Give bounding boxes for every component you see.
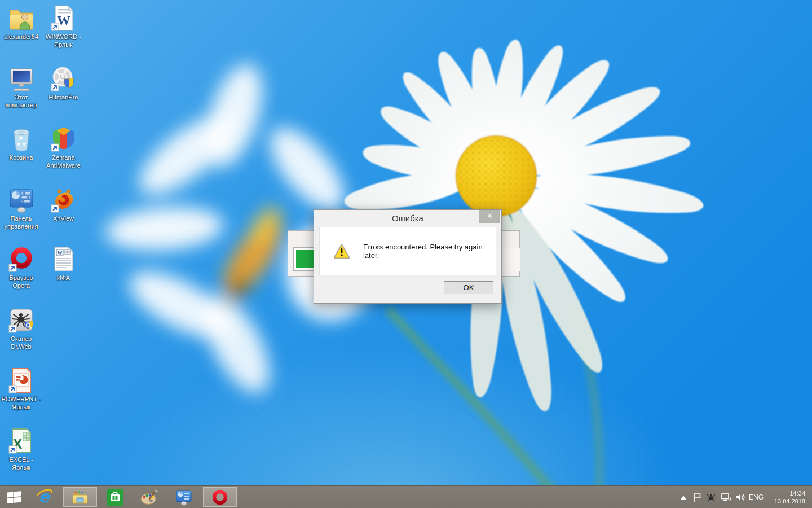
clock[interactable]: 14:34 13.04.2018 bbox=[765, 486, 805, 508]
icon-label: Корзина bbox=[1, 154, 42, 161]
icon-label: Этот компьютер bbox=[1, 93, 42, 109]
icon-label: POWERPNT - Ярлык bbox=[1, 395, 42, 411]
icon-label: WINWORD - Ярлык bbox=[43, 33, 84, 49]
recycle-bin-icon bbox=[8, 125, 35, 152]
tray-time: 14:34 bbox=[765, 489, 805, 497]
taskbar-windows-store[interactable] bbox=[103, 487, 127, 507]
taskbar-file-explorer[interactable] bbox=[63, 487, 97, 507]
tray-date: 13.04.2018 bbox=[765, 497, 805, 505]
hitmanpro-icon bbox=[50, 65, 77, 92]
windows-logo-icon bbox=[7, 490, 21, 505]
dialog-title: Ошибка bbox=[314, 210, 501, 227]
network-tray[interactable] bbox=[718, 486, 733, 508]
language-indicator[interactable]: ENG bbox=[748, 486, 765, 508]
warning-icon bbox=[333, 243, 350, 260]
word-document-icon: W bbox=[50, 246, 77, 273]
desktop-icon-zemana[interactable]: Zemana AntiMalware bbox=[43, 125, 84, 169]
desktop-icon-xnview[interactable]: XnView bbox=[43, 186, 84, 222]
start-button[interactable] bbox=[2, 487, 26, 507]
paint-palette-icon bbox=[140, 489, 158, 506]
opera-icon bbox=[211, 489, 228, 506]
close-button[interactable]: ✕ bbox=[479, 210, 500, 223]
desktop-icon-ifa-document[interactable]: W ИФА bbox=[43, 246, 84, 282]
user-folder-icon bbox=[8, 5, 35, 32]
desktop-icon-control-panel[interactable]: Панель управления bbox=[1, 186, 42, 230]
icon-label: EXCEL - Ярлык bbox=[1, 456, 42, 471]
desktop-icon-alexander64[interactable]: alexander64 bbox=[1, 5, 42, 41]
excel-shortcut-icon: X bbox=[8, 427, 35, 454]
flag-icon bbox=[692, 493, 702, 502]
icon-label: Браузер Opera bbox=[1, 274, 42, 290]
desktop-icon-powerpoint[interactable]: POWERPNT - Ярлык bbox=[1, 367, 42, 411]
icon-label: Сканер Dr.Web bbox=[1, 335, 42, 351]
desktop-icon-winword[interactable]: W WINWORD - Ярлык bbox=[43, 5, 84, 49]
icon-label: HitmanPro bbox=[43, 93, 84, 101]
close-icon: ✕ bbox=[487, 212, 493, 220]
taskbar-paint[interactable] bbox=[136, 487, 161, 507]
drweb-agent-tray[interactable] bbox=[704, 486, 718, 508]
desktop-icon-hitmanpro[interactable]: HitmanPro bbox=[43, 65, 84, 101]
desktop-icon-drweb[interactable]: Сканер Dr.Web bbox=[1, 306, 42, 351]
show-hidden-icons-button[interactable] bbox=[677, 486, 690, 508]
desktop-icon-opera[interactable]: Браузер Opera bbox=[1, 246, 42, 290]
spider-icon bbox=[706, 492, 716, 502]
xnview-icon bbox=[50, 186, 77, 213]
taskbar: e bbox=[0, 485, 812, 508]
system-settings-icon bbox=[175, 489, 192, 506]
file-explorer-icon bbox=[71, 489, 89, 506]
taskbar-internet-explorer[interactable]: e bbox=[32, 487, 58, 507]
icon-label: XnView bbox=[43, 214, 84, 222]
internet-explorer-icon: e bbox=[36, 488, 54, 506]
error-dialog: Ошибка ✕ Errors encountered. Please try … bbox=[314, 209, 502, 304]
taskbar-system-settings[interactable] bbox=[171, 487, 196, 507]
up-arrow-icon bbox=[680, 495, 687, 500]
svg-text:W: W bbox=[57, 13, 70, 28]
ok-button[interactable]: OK bbox=[444, 281, 493, 294]
action-center-button[interactable] bbox=[690, 486, 704, 508]
progress-window-button[interactable] bbox=[501, 248, 520, 271]
computer-icon bbox=[8, 65, 35, 92]
opera-icon bbox=[8, 246, 35, 273]
control-panel-icon bbox=[8, 186, 35, 213]
taskbar-opera[interactable] bbox=[203, 487, 237, 507]
desktop-icon-recycle-bin[interactable]: Корзина bbox=[1, 125, 42, 161]
icon-label: ИФА bbox=[43, 274, 84, 282]
svg-text:W: W bbox=[57, 250, 62, 256]
speaker-icon bbox=[735, 493, 745, 502]
icon-label: Панель управления bbox=[1, 214, 42, 230]
error-message: Errors encountered. Please try again lat… bbox=[363, 243, 496, 260]
network-icon bbox=[721, 493, 731, 502]
desktop-icon-excel[interactable]: X EXCEL - Ярлык bbox=[1, 427, 42, 471]
dialog-body: Errors encountered. Please try again lat… bbox=[319, 227, 496, 275]
drweb-scanner-icon bbox=[8, 306, 35, 334]
icon-label: alexander64 bbox=[1, 33, 42, 41]
volume-tray[interactable] bbox=[733, 486, 748, 508]
desktop-icon-this-pc[interactable]: Этот компьютер bbox=[1, 65, 42, 109]
icon-label: Zemana AntiMalware bbox=[43, 154, 84, 169]
zemana-shield-icon bbox=[50, 125, 77, 152]
word-shortcut-icon: W bbox=[50, 5, 77, 32]
powerpoint-shortcut-icon bbox=[8, 367, 35, 394]
windows-store-icon bbox=[107, 489, 123, 506]
